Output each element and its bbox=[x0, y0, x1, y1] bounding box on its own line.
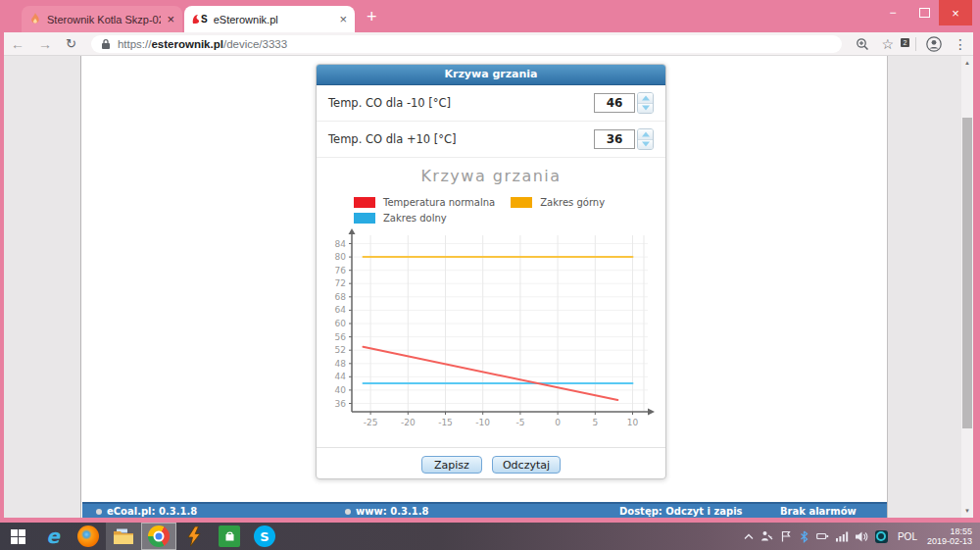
tab-esterownik[interactable]: S eSterownik.pl × bbox=[184, 6, 355, 32]
screen: Sterownik Kotla Skzp-02 - Ustaw × S eSte… bbox=[0, 0, 980, 550]
chrome-icon bbox=[148, 525, 170, 547]
window-close-button[interactable]: × bbox=[939, 0, 972, 25]
scrollbar-thumb[interactable] bbox=[962, 118, 972, 428]
legend-row: Zakres dolny bbox=[354, 210, 665, 225]
page-margin-right bbox=[887, 56, 961, 518]
zapisz-button[interactable]: Zapisz bbox=[421, 456, 482, 474]
page-content: Krzywa grzania Temp. CO dla -10 [°C] Tem… bbox=[82, 56, 887, 518]
extension-badge: 2 bbox=[901, 38, 909, 47]
tab-close-icon[interactable]: × bbox=[339, 13, 347, 25]
legend-row: Temperatura normalna Zakres górny bbox=[354, 194, 665, 210]
svg-text:80: 80 bbox=[335, 252, 347, 262]
taskbar-winamp-button[interactable] bbox=[176, 523, 212, 550]
legend-label: Temperatura normalna bbox=[383, 197, 495, 208]
url-domain: esterownik.pl bbox=[151, 38, 223, 50]
lock-icon bbox=[101, 38, 111, 50]
svg-text:56: 56 bbox=[335, 332, 347, 342]
reload-icon[interactable]: ↻ bbox=[66, 37, 76, 51]
tray-network-signal-icon[interactable] bbox=[836, 531, 849, 542]
status-text: eCoal.pl: 0.3.1.8 bbox=[107, 505, 197, 518]
tab-sterownik-kotla[interactable]: Sterownik Kotla Skzp-02 - Ustaw × bbox=[22, 6, 182, 32]
zoom-icon[interactable] bbox=[856, 37, 869, 51]
page-margin-left bbox=[4, 56, 81, 518]
menu-dots-icon[interactable]: ⋮ bbox=[954, 37, 967, 51]
tray-bluetooth-icon[interactable] bbox=[799, 530, 809, 543]
tray-app-icon[interactable] bbox=[875, 530, 888, 543]
language-indicator[interactable]: POL bbox=[898, 531, 917, 542]
taskbar-firefox-button[interactable] bbox=[71, 523, 106, 550]
tray-volume-icon[interactable] bbox=[856, 531, 868, 542]
winamp-lightning-icon bbox=[185, 526, 203, 546]
tab-close-icon[interactable]: × bbox=[167, 13, 174, 25]
taskbar-store-button[interactable] bbox=[212, 523, 247, 550]
legend-swatch-temperatura-normalna bbox=[354, 197, 375, 208]
window-minimize-button[interactable]: − bbox=[878, 0, 907, 25]
taskbar-skype-button[interactable]: S bbox=[247, 523, 282, 550]
tray-action-center-flag-icon[interactable] bbox=[780, 530, 792, 542]
status-text: www: 0.3.1.8 bbox=[356, 505, 428, 518]
svg-text:-5: -5 bbox=[515, 418, 524, 427]
bookmark-star-icon[interactable]: ☆ bbox=[881, 37, 894, 51]
svg-text:84: 84 bbox=[335, 239, 347, 249]
site-status-bar: eCoal.pl: 0.3.1.8 www: 0.3.1.8 Dostęp: O… bbox=[82, 502, 887, 518]
status-dot-icon bbox=[96, 509, 102, 515]
legend-label: Zakres dolny bbox=[383, 213, 447, 224]
field-label: Temp. CO dla -10 [°C] bbox=[328, 96, 594, 110]
forward-icon[interactable]: → bbox=[38, 37, 52, 51]
svg-text:-15: -15 bbox=[438, 418, 453, 427]
svg-text:36: 36 bbox=[335, 399, 347, 409]
page-scrollbar[interactable]: ▲ ▼ bbox=[961, 56, 973, 518]
clock-date: 2019-02-13 bbox=[927, 536, 972, 546]
spin-down-icon[interactable] bbox=[638, 140, 653, 150]
url-path: /device/3333 bbox=[223, 38, 287, 50]
svg-text:-10: -10 bbox=[475, 418, 490, 427]
new-tab-button[interactable]: + bbox=[367, 6, 377, 27]
svg-text:0: 0 bbox=[555, 418, 561, 427]
back-icon[interactable]: ← bbox=[11, 37, 24, 51]
status-www-version: www: 0.3.1.8 bbox=[345, 505, 428, 518]
tray-battery-icon[interactable] bbox=[816, 531, 829, 541]
status-dot-icon bbox=[345, 509, 351, 515]
taskbar-explorer-button[interactable] bbox=[106, 523, 141, 550]
field-row-temp-minus10: Temp. CO dla -10 [°C] bbox=[317, 85, 665, 122]
svg-text:-20: -20 bbox=[401, 418, 416, 427]
scrollbar-down-icon[interactable]: ▼ bbox=[961, 508, 973, 514]
url-scheme: https:// bbox=[118, 38, 152, 50]
tray-chevron-up-icon[interactable] bbox=[744, 533, 754, 540]
address-bar[interactable]: https://esterownik.pl/device/3333 bbox=[91, 35, 843, 53]
spin-up-icon[interactable] bbox=[638, 129, 653, 140]
svg-text:60: 60 bbox=[335, 319, 347, 328]
clock-time: 18:55 bbox=[950, 526, 972, 536]
clock[interactable]: 18:55 2019-02-13 bbox=[927, 526, 972, 546]
status-text: Dostęp: Odczyt i zapis bbox=[619, 505, 743, 518]
temp-plus10-spinner bbox=[594, 128, 654, 150]
system-tray: POL 18:55 2019-02-13 bbox=[744, 523, 974, 550]
windows-store-icon bbox=[219, 525, 240, 547]
profile-avatar-icon[interactable] bbox=[926, 36, 942, 52]
svg-text:76: 76 bbox=[335, 266, 347, 275]
spin-up-icon[interactable] bbox=[638, 93, 653, 104]
spin-down-icon[interactable] bbox=[638, 104, 653, 114]
svg-text:68: 68 bbox=[335, 292, 347, 302]
tab-title: eSterownik.pl bbox=[214, 14, 334, 25]
odczytaj-button[interactable]: Odczytaj bbox=[492, 456, 561, 474]
temp-plus10-input[interactable] bbox=[594, 129, 635, 149]
taskbar-ie-button[interactable]: e bbox=[35, 523, 71, 550]
scrollbar-up-icon[interactable]: ▲ bbox=[961, 60, 973, 66]
status-text: Brak alarmów bbox=[780, 505, 857, 518]
start-button[interactable] bbox=[0, 523, 35, 550]
heating-curve-plot: 36404448525660646872768084-25-20-15-10-5… bbox=[322, 227, 656, 435]
svg-text:52: 52 bbox=[335, 345, 346, 355]
window-maximize-button[interactable] bbox=[909, 0, 939, 25]
tray-user-key-icon[interactable] bbox=[760, 530, 773, 542]
status-ecoal-version: eCoal.pl: 0.3.1.8 bbox=[96, 505, 197, 518]
svg-text:5: 5 bbox=[592, 418, 598, 427]
ring-icon bbox=[876, 531, 886, 541]
temp-minus10-input[interactable] bbox=[594, 93, 635, 113]
svg-text:40: 40 bbox=[335, 385, 347, 395]
svg-text:64: 64 bbox=[335, 305, 347, 315]
taskbar-chrome-button[interactable] bbox=[141, 523, 176, 550]
temp-minus10-spinner bbox=[594, 92, 654, 114]
windows-logo-icon bbox=[11, 529, 25, 544]
tab-favicon-flame-icon bbox=[29, 13, 41, 25]
